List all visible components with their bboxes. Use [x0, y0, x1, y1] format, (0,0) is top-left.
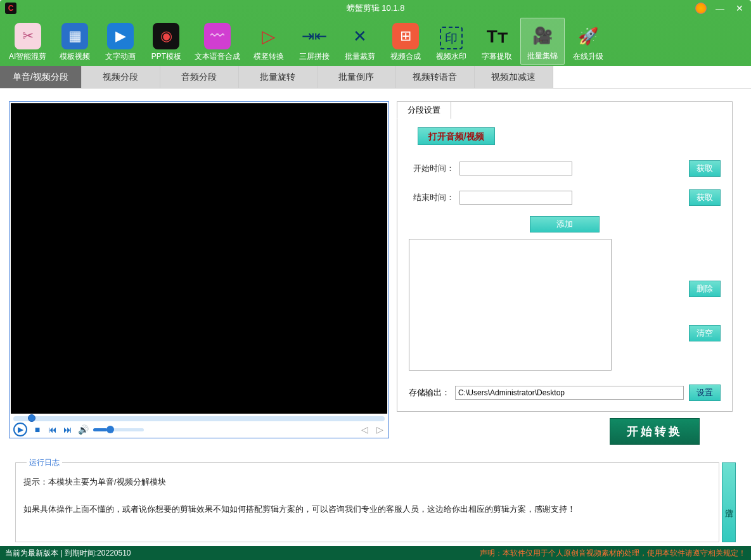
start-time-label: 开始时间：	[409, 163, 454, 174]
grid-icon: ⊞	[392, 23, 419, 49]
tool-subtitle-extract[interactable]: Tᴛ 字幕提取	[475, 18, 519, 65]
app-logo-icon: C	[5, 3, 16, 14]
volume-icon[interactable]: 🔊	[78, 424, 88, 435]
stamp-icon: 印	[440, 27, 463, 49]
panel-tab-title: 分段设置	[397, 101, 451, 119]
window-title: 螃蟹剪辑 10.1.8	[347, 3, 405, 14]
tool-text-anim[interactable]: ▶ 文字动画	[98, 18, 143, 65]
titlebar: C 螃蟹剪辑 10.1.8 — ✕	[0, 0, 751, 16]
wave-icon: 〰	[204, 23, 231, 49]
camera-icon: 🎥	[529, 22, 556, 49]
prev-button[interactable]: ⏮	[48, 424, 58, 435]
seek-knob[interactable]	[28, 414, 35, 422]
log-line: 如果具体操作上面不懂的，或者说你想要的剪辑效果不知如何搭配剪辑方案的，可以咨询我…	[23, 502, 711, 518]
clear-button[interactable]: 清空	[689, 325, 721, 341]
rocket-icon: 🚀	[575, 23, 601, 49]
sub-tabs: 单音/视频分段 视频分段 音频分段 批量旋转 批量倒序 视频转语音 视频加减速	[0, 66, 751, 89]
video-canvas[interactable]	[11, 103, 387, 414]
tool-batch-highlight[interactable]: 🎥 批量集锦	[520, 18, 565, 65]
log-panel: 运行日志 提示：本模块主要为单音/视频分解模块 如果具体操作上面不懂的，或者说你…	[15, 462, 736, 542]
end-time-input[interactable]	[459, 191, 572, 205]
tool-label: 字幕提取	[482, 51, 512, 62]
get-start-button[interactable]: 获取	[689, 160, 721, 177]
tool-label: 文字动画	[105, 51, 136, 62]
tab-batch-rotate[interactable]: 批量旋转	[239, 66, 318, 88]
medal-icon[interactable]	[695, 3, 707, 14]
tab-single-segment[interactable]: 单音/视频分段	[0, 66, 82, 88]
tool-ppt-template[interactable]: ◉ PPT模板	[144, 18, 188, 65]
rotate-icon: ▷	[255, 23, 282, 49]
mini-next-icon[interactable]: ▷	[375, 424, 385, 435]
tool-batch-crop[interactable]: ✕ 批量裁剪	[338, 18, 382, 65]
tool-label: PPT模板	[151, 51, 181, 62]
tool-label: 文本语音合成	[195, 51, 240, 62]
log-title: 运行日志	[27, 457, 62, 468]
tool-label: 在线升级	[573, 51, 603, 62]
tab-video-segment[interactable]: 视频分段	[82, 66, 160, 88]
tool-label: 批量裁剪	[345, 51, 375, 62]
tool-rotate[interactable]: ▷ 横竖转换	[247, 18, 291, 65]
log-line: 提示：本模块主要为单音/视频分解模块	[23, 474, 711, 490]
status-version: 当前为最新版本 | 到期时间:20220510	[5, 548, 131, 559]
tool-upgrade[interactable]: 🚀 在线升级	[566, 18, 610, 65]
get-end-button[interactable]: 获取	[689, 189, 721, 206]
statusbar: 当前为最新版本 | 到期时间:20220510 声明：本软件仅用于个人原创音视频…	[0, 546, 751, 560]
log-textarea[interactable]: 提示：本模块主要为单音/视频分解模块 如果具体操作上面不懂的，或者说你想要的剪辑…	[15, 462, 719, 542]
play-icon: ▶	[107, 23, 134, 49]
tool-video-compose[interactable]: ⊞ 视频合成	[383, 18, 428, 65]
tool-watermark[interactable]: 印 视频水印	[429, 18, 473, 65]
mini-prev-icon[interactable]: ◁	[359, 424, 369, 435]
clear-log-button[interactable]: 清空	[722, 462, 736, 542]
end-time-label: 结束时间：	[409, 192, 454, 203]
crop-icon: ✕	[347, 23, 373, 49]
start-time-input[interactable]	[459, 162, 572, 175]
start-convert-button[interactable]: 开始转换	[610, 418, 700, 445]
tab-audio-segment[interactable]: 音频分段	[160, 66, 239, 88]
split-icon: ⇥⇤	[301, 23, 328, 49]
play-button[interactable]: ▶	[13, 423, 27, 436]
volume-slider[interactable]	[93, 428, 144, 431]
tab-video-speed[interactable]: 视频加减速	[475, 66, 553, 88]
next-button[interactable]: ⏭	[63, 424, 73, 435]
video-preview-panel: ▶ ■ ⏮ ⏭ 🔊 ◁ ▷	[9, 101, 389, 438]
tab-batch-reverse[interactable]: 批量倒序	[318, 66, 396, 88]
tool-label: 横竖转换	[254, 51, 284, 62]
template-icon: ▦	[61, 23, 88, 49]
tool-label: 三屏拼接	[299, 51, 330, 62]
segment-settings-panel: 分段设置 打开音频/视频 开始时间： 获取 结束时间：	[397, 101, 733, 412]
tool-label: 视频合成	[390, 51, 421, 62]
tool-template-video[interactable]: ▦ 模板视频	[53, 18, 97, 65]
delete-button[interactable]: 删除	[689, 281, 721, 297]
main-toolbar: ✂ AI智能混剪 ▦ 模板视频 ▶ 文字动画 ◉ PPT模板 〰 文本语音合成 …	[0, 16, 751, 66]
tool-3screen[interactable]: ⇥⇤ 三屏拼接	[292, 18, 337, 65]
tool-ai-mix[interactable]: ✂ AI智能混剪	[4, 18, 51, 65]
open-media-button[interactable]: 打开音频/视频	[418, 127, 495, 145]
output-label: 存储输出：	[409, 387, 450, 398]
tool-label: 视频水印	[436, 51, 466, 62]
segment-list[interactable]	[409, 239, 612, 371]
stop-button[interactable]: ■	[32, 424, 42, 435]
minimize-button[interactable]: —	[713, 3, 727, 13]
volume-knob[interactable]	[106, 426, 114, 433]
tool-tts[interactable]: 〰 文本语音合成	[189, 18, 245, 65]
seek-slider[interactable]	[13, 416, 385, 421]
settings-button[interactable]: 设置	[689, 385, 721, 401]
scissors-icon: ✂	[15, 23, 41, 49]
close-button[interactable]: ✕	[733, 3, 746, 13]
text-icon: Tᴛ	[484, 23, 510, 49]
tool-label: 批量集锦	[527, 51, 558, 61]
status-disclaimer: 声明：本软件仅用于个人原创音视频素材的处理，使用本软件请遵守相关规定！	[480, 548, 746, 559]
record-icon: ◉	[153, 23, 179, 49]
output-path-input[interactable]	[455, 386, 684, 400]
tab-video-to-audio[interactable]: 视频转语音	[396, 66, 475, 88]
tool-label: 模板视频	[60, 51, 90, 62]
tool-label: AI智能混剪	[9, 51, 46, 62]
add-button[interactable]: 添加	[530, 216, 600, 232]
